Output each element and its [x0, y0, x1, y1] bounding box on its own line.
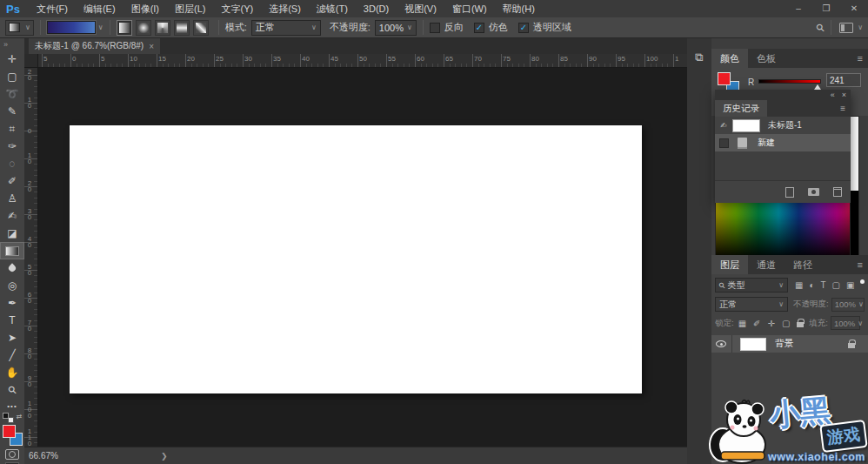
collapse-panel-icon[interactable]: « [831, 90, 835, 100]
red-channel-slider[interactable] [758, 79, 821, 84]
type-tool[interactable]: T [0, 312, 24, 329]
menubar-item[interactable]: 文件(F) [29, 0, 76, 17]
minimize-button[interactable]: – [785, 0, 812, 17]
white-black-ramp[interactable] [850, 117, 858, 265]
menubar-item[interactable]: 文字(Y) [213, 0, 261, 17]
diamond-gradient-button[interactable] [193, 20, 209, 36]
menubar-item[interactable]: 编辑(E) [76, 0, 124, 17]
filter-shape-layers-icon[interactable]: ▢ [832, 280, 840, 290]
zoom-level[interactable]: 66.67% [29, 451, 58, 461]
tab-history[interactable]: 历史记录 [715, 100, 767, 117]
history-state-row[interactable]: ✍未标题-1 [715, 117, 851, 134]
close-icon[interactable]: × [842, 90, 846, 100]
pen-tool[interactable]: ✒ [0, 294, 24, 312]
close-button[interactable]: ✕ [840, 0, 868, 17]
new-document-from-state-button[interactable] [785, 187, 794, 198]
quick-mask-button[interactable] [5, 449, 19, 460]
gradient-tool[interactable] [0, 242, 24, 259]
document-tab[interactable]: 未标题-1 @ 66.7%(RGB/8#) × [29, 38, 160, 54]
swap-colors-icon[interactable]: ⇄ [17, 413, 23, 423]
color-panel-tab[interactable]: 色板 [748, 49, 785, 68]
linear-gradient-button[interactable] [117, 20, 132, 36]
layers-panel-tab[interactable]: 图层 [711, 255, 748, 274]
menubar-item[interactable]: 帮助(H) [495, 0, 543, 17]
rectangular-marquee-tool[interactable]: ▢ [0, 68, 24, 85]
layer-opacity-select[interactable]: 100% ∨ [831, 298, 865, 312]
lock-transparent-pixels-icon[interactable]: ▦ [738, 319, 746, 328]
hand-tool[interactable]: ✋ [0, 364, 24, 381]
menubar-item[interactable]: 图像(I) [124, 0, 167, 17]
panel-menu-icon[interactable]: ≡ [840, 100, 845, 117]
lasso-tool[interactable]: ➰ [0, 85, 24, 103]
layer-visibility-icon[interactable] [716, 340, 726, 347]
layer-filter-select[interactable]: ⚲ 类型 ∨ [715, 278, 788, 293]
lock-image-pixels-icon[interactable]: ✐ [753, 319, 760, 328]
panel-menu-icon[interactable]: ≡ [858, 255, 863, 274]
checkbox-box[interactable]: ✓ [474, 23, 484, 33]
delete-state-button[interactable] [833, 187, 842, 197]
color-panel-tab[interactable]: 颜色 [711, 49, 748, 68]
filter-type-layers-icon[interactable]: T [821, 280, 826, 290]
spot-healing-brush-tool[interactable]: ◌ [0, 155, 24, 172]
lock-all-icon[interactable] [797, 322, 804, 327]
move-tool[interactable]: ✛ [0, 50, 24, 68]
layer-thumbnail[interactable] [740, 338, 766, 351]
foreground-color-swatch[interactable] [718, 72, 731, 85]
filter-smart-objects-icon[interactable]: ▣ [846, 280, 854, 290]
quick-selection-tool[interactable]: ✎ [0, 103, 24, 120]
checkbox-box[interactable] [430, 23, 440, 33]
gradient-preview[interactable] [47, 21, 96, 34]
history-source-checkbox[interactable] [719, 138, 729, 148]
blend-mode-select[interactable]: 正常 ∨ [251, 20, 321, 36]
history-source-cell[interactable]: ✍ [715, 121, 732, 130]
layer-row-background[interactable]: 背景 [711, 335, 868, 353]
red-channel-value[interactable]: 241 [826, 73, 861, 87]
filter-adjustment-layers-icon[interactable]: ◐ [809, 280, 814, 290]
eyedropper-tool[interactable]: ✑ [0, 138, 24, 155]
menubar-item[interactable]: 滤镜(T) [309, 0, 356, 17]
history-state-row[interactable]: 新建 [715, 134, 851, 151]
dodge-tool[interactable]: ◎ [0, 277, 24, 294]
search-icon[interactable]: ⚲ [814, 20, 828, 34]
layers-panel-tab[interactable]: 路径 [785, 255, 821, 274]
zoom-tool[interactable]: ⚲ [0, 381, 24, 399]
path-selection-tool[interactable]: ➤ [0, 329, 24, 346]
menubar-item[interactable]: 视图(V) [397, 0, 444, 17]
panel-menu-icon[interactable]: ≡ [858, 49, 863, 68]
status-chevron-icon[interactable]: ❯ [161, 452, 168, 461]
reflected-gradient-button[interactable] [174, 20, 190, 36]
line-tool[interactable]: ╱ [0, 346, 24, 364]
lock-artboard-icon[interactable]: ▢ [782, 319, 790, 328]
layers-panel-tab[interactable]: 通道 [748, 255, 785, 274]
menubar-item[interactable]: 图层(L) [167, 0, 213, 17]
radial-gradient-button[interactable] [136, 20, 151, 36]
clone-stamp-tool[interactable]: ♙ [0, 190, 24, 207]
brush-tool[interactable]: ✐ [0, 172, 24, 190]
history-source-cell[interactable] [715, 138, 732, 148]
angle-gradient-button[interactable] [155, 20, 170, 36]
menubar-item[interactable]: 窗口(W) [444, 0, 495, 17]
eraser-tool[interactable]: ◪ [0, 225, 24, 242]
foreground-color-swatch[interactable] [3, 425, 16, 438]
tool-preset-picker[interactable]: ∨ [5, 20, 34, 36]
history-brush-tool[interactable]: ✍ [0, 207, 24, 225]
menubar-item[interactable]: 选择(S) [261, 0, 309, 17]
workspace-icon[interactable] [839, 23, 853, 33]
default-colors-widget[interactable]: ⇄ [0, 413, 24, 423]
checkbox-box[interactable]: ✓ [518, 23, 529, 33]
lock-position-icon[interactable]: ✛ [767, 319, 774, 328]
fill-select[interactable]: 100% ∨ [831, 316, 860, 330]
restore-button[interactable]: ❐ [812, 0, 840, 17]
menubar-item[interactable]: 3D(D) [356, 0, 397, 17]
close-icon[interactable]: × [149, 42, 154, 51]
new-snapshot-button[interactable] [808, 188, 819, 196]
filter-pixel-layers-icon[interactable]: ▦ [795, 280, 803, 290]
edit-toolbar-button[interactable]: ••• [0, 402, 24, 410]
filter-toggle-icon[interactable] [860, 279, 865, 284]
opacity-select[interactable]: 100% ∨ [375, 20, 417, 36]
layer-blend-mode-select[interactable]: 正常 ∨ [715, 297, 788, 312]
crop-tool[interactable]: ⌗ [0, 120, 24, 138]
blur-tool[interactable] [0, 259, 24, 277]
document-canvas[interactable] [70, 125, 642, 393]
toolbar-collapse-button[interactable]: » [0, 38, 24, 50]
